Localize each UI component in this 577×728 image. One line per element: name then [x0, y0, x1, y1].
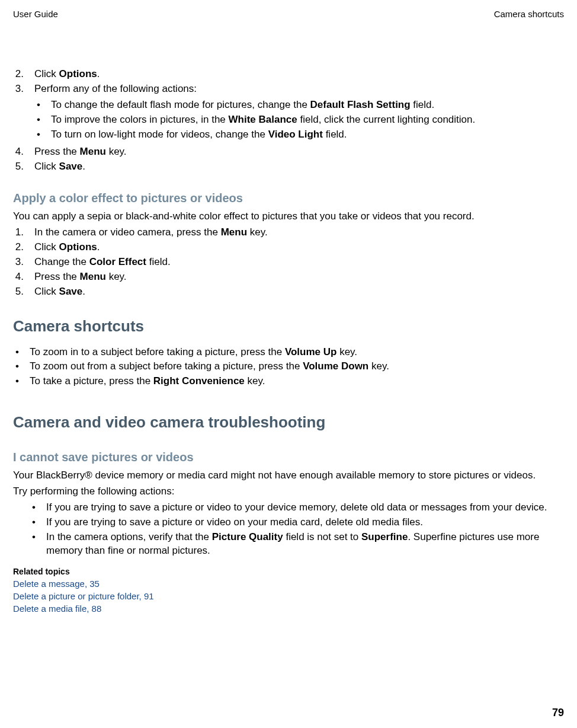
related-link[interactable]: Delete a media file, 88	[13, 603, 564, 615]
list-item: 2. Click Options.	[13, 68, 564, 81]
list-item: 5. Click Save.	[13, 160, 564, 174]
list-number: 2.	[13, 68, 24, 81]
list-item: 4.Press the Menu key.	[13, 270, 564, 284]
shortcuts-list: •To zoom in to a subject before taking a…	[13, 346, 564, 389]
list-number: 4.	[13, 145, 24, 159]
paragraph: Your BlackBerry® device memory or media …	[13, 469, 564, 483]
sub-list-item: •To turn on low-light mode for videos, c…	[34, 128, 564, 142]
top-ordered-list: 2. Click Options. 3. Perform any of the …	[13, 68, 564, 174]
bullet-icon: •	[13, 360, 21, 373]
bullet-icon: •	[34, 128, 43, 142]
list-item: 3. Perform any of the following actions:…	[13, 82, 564, 144]
list-number: 5.	[13, 160, 24, 174]
heading-apply-color-effect: Apply a color effect to pictures or vide…	[13, 190, 564, 206]
effect-ordered-list: 1.In the camera or video camera, press t…	[13, 226, 564, 299]
bullet-icon: •	[30, 531, 38, 558]
list-number: 3.	[13, 82, 24, 144]
list-text: Press the Menu key.	[34, 145, 564, 159]
related-link[interactable]: Delete a message, 35	[13, 578, 564, 590]
page-header: User Guide Camera shortcuts	[13, 8, 564, 20]
list-item: 3.Change the Color Effect field.	[13, 256, 564, 269]
sub-list-item: •To improve the colors in pictures, in t…	[34, 113, 564, 127]
heading-cannot-save: I cannot save pictures or videos	[13, 449, 564, 465]
shortcut-item: •To take a picture, press the Right Conv…	[13, 375, 564, 388]
shortcut-item: •To zoom in to a subject before taking a…	[13, 346, 564, 359]
list-item: 1.In the camera or video camera, press t…	[13, 226, 564, 240]
list-text: Click Options.	[34, 68, 564, 81]
paragraph: Try performing the following actions:	[13, 485, 564, 499]
list-item: •In the camera options, verify that the …	[30, 531, 564, 558]
bullet-icon: •	[34, 113, 43, 127]
heading-troubleshooting: Camera and video camera troubleshooting	[13, 412, 564, 433]
sub-list: •To change the default flash mode for pi…	[34, 98, 564, 142]
related-topics-heading: Related topics	[13, 566, 564, 577]
header-right: Camera shortcuts	[494, 8, 564, 20]
list-item: •If you are trying to save a picture or …	[30, 501, 564, 515]
header-left: User Guide	[13, 8, 58, 20]
bullet-icon: •	[13, 346, 21, 359]
page-number: 79	[552, 705, 564, 720]
list-text: Click Save.	[34, 160, 564, 174]
bullet-icon: •	[30, 501, 38, 515]
list-text: Perform any of the following actions: •T…	[34, 82, 564, 144]
bullet-icon: •	[13, 375, 21, 388]
cannot-save-list: •If you are trying to save a picture or …	[30, 501, 564, 558]
heading-camera-shortcuts: Camera shortcuts	[13, 316, 564, 337]
list-item: 2.Click Options.	[13, 241, 564, 254]
list-item: 5.Click Save.	[13, 285, 564, 299]
intro-paragraph: You can apply a sepia or black-and-white…	[13, 210, 564, 223]
document-page: User Guide Camera shortcuts 2. Click Opt…	[0, 0, 577, 728]
sub-list-item: •To change the default flash mode for pi…	[34, 98, 564, 112]
list-item: •If you are trying to save a picture or …	[30, 516, 564, 529]
bullet-icon: •	[30, 516, 38, 529]
list-item: 4. Press the Menu key.	[13, 145, 564, 159]
related-link[interactable]: Delete a picture or picture folder, 91	[13, 590, 564, 602]
bullet-icon: •	[34, 98, 43, 112]
shortcut-item: •To zoom out from a subject before takin…	[13, 360, 564, 373]
